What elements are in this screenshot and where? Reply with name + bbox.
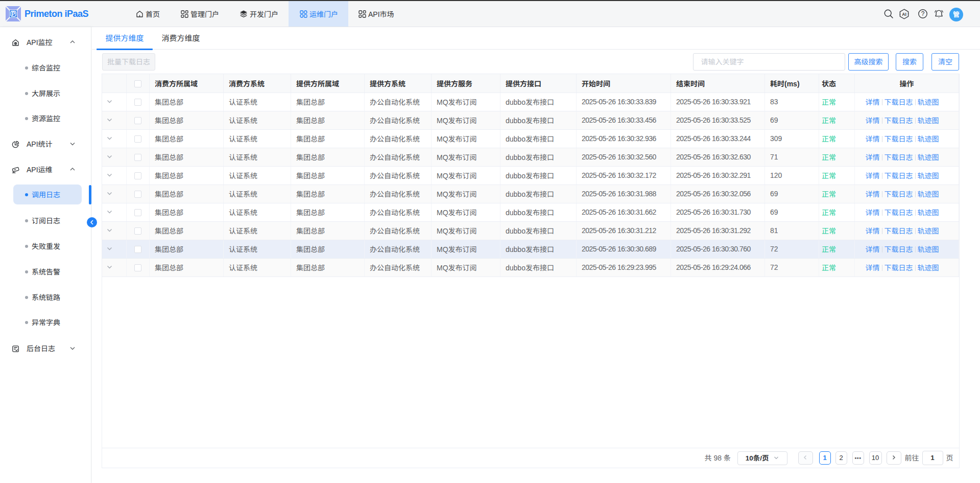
svg-text:P: P — [12, 11, 15, 17]
svg-text:AI: AI — [902, 11, 906, 16]
svg-text:?: ? — [921, 10, 925, 17]
